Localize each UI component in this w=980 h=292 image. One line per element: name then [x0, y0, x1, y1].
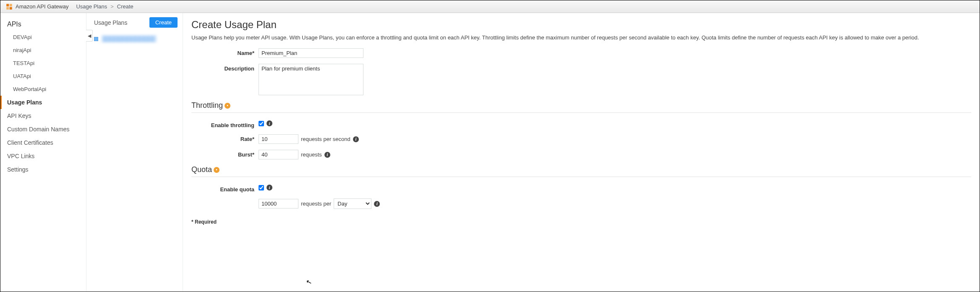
burst-label: Burst*: [191, 150, 259, 158]
quota-heading: Quota •: [191, 165, 971, 177]
top-breadcrumb-bar: Amazon API Gateway Usage Plans > Create: [0, 0, 980, 13]
description-label: Description: [191, 64, 259, 72]
breadcrumb-create: Create: [117, 3, 133, 10]
sidebar-api-item[interactable]: UATApi: [0, 70, 86, 83]
svg-rect-3: [10, 7, 12, 9]
usage-plans-column: ◀ Usage Plans Create ▒▒▒▒▒▒▒▒▒▒▒▒: [86, 13, 183, 292]
required-note: * Required: [191, 219, 971, 225]
sidebar-api-item[interactable]: TESTApi: [0, 57, 86, 70]
quota-info-icon[interactable]: •: [214, 167, 220, 173]
sidebar-item-client-certs[interactable]: Client Certificates: [0, 136, 86, 149]
page-title: Create Usage Plan: [191, 19, 971, 31]
collapse-panel-button[interactable]: ◀: [86, 30, 93, 42]
rate-label: Rate*: [191, 134, 259, 142]
sidebar-api-item[interactable]: WebPortalApi: [0, 83, 86, 96]
plan-icon: [94, 37, 98, 41]
aws-logo-icon: [5, 3, 13, 10]
enable-throttling-checkbox[interactable]: [259, 121, 264, 126]
sidebar-item-usage-plans[interactable]: Usage Plans: [0, 96, 86, 109]
quota-per-label: requests per: [301, 201, 331, 207]
breadcrumb-separator: >: [110, 3, 114, 10]
create-button[interactable]: Create: [149, 17, 178, 28]
rate-unit: requests per second: [301, 136, 350, 142]
sidebar-item-api-keys[interactable]: API Keys: [0, 109, 86, 123]
throttling-info-icon[interactable]: •: [225, 103, 230, 109]
sidebar-item-settings[interactable]: Settings: [0, 163, 86, 176]
midcol-title: Usage Plans: [94, 19, 127, 26]
sidebar-api-item[interactable]: nirajApi: [0, 44, 86, 57]
enable-quota-checkbox[interactable]: [259, 185, 264, 190]
enable-quota-label: Enable quota: [191, 185, 259, 193]
name-label: Name*: [191, 48, 259, 56]
service-name[interactable]: Amazon API Gateway: [16, 3, 68, 10]
plan-name-redacted: ▒▒▒▒▒▒▒▒▒▒▒▒: [102, 35, 157, 42]
info-icon[interactable]: i: [324, 152, 330, 158]
quota-period-select[interactable]: Day: [334, 198, 371, 209]
name-input[interactable]: [259, 48, 363, 58]
enable-throttling-label: Enable throttling: [191, 120, 259, 128]
info-icon[interactable]: i: [267, 120, 272, 126]
nav-list: Usage Plans API Keys Custom Domain Names…: [0, 96, 86, 176]
svg-rect-2: [6, 7, 9, 9]
rate-input[interactable]: [259, 134, 298, 144]
breadcrumb-usage-plans[interactable]: Usage Plans: [76, 3, 107, 10]
svg-rect-0: [6, 4, 9, 6]
burst-input[interactable]: [259, 150, 298, 159]
sidebar-item-vpc-links[interactable]: VPC Links: [0, 149, 86, 163]
info-icon[interactable]: i: [374, 201, 380, 207]
description-textarea[interactable]: Plan for premium clients: [259, 64, 363, 95]
existing-plan-item[interactable]: ▒▒▒▒▒▒▒▒▒▒▒▒: [91, 34, 178, 44]
api-list: DEVApi nirajApi TESTApi UATApi WebPortal…: [0, 31, 86, 96]
svg-rect-1: [10, 4, 12, 6]
sidebar-heading-apis[interactable]: APIs: [0, 16, 86, 31]
throttling-heading: Throttling •: [191, 101, 971, 113]
info-icon[interactable]: i: [353, 136, 359, 142]
sidebar-item-custom-domains[interactable]: Custom Domain Names: [0, 123, 86, 136]
quota-count-input[interactable]: [259, 199, 298, 209]
left-sidebar: APIs DEVApi nirajApi TESTApi UATApi WebP…: [0, 13, 86, 292]
main-content: Create Usage Plan Usage Plans help you m…: [183, 13, 980, 292]
sidebar-api-item[interactable]: DEVApi: [0, 31, 86, 44]
page-description: Usage Plans help you meter API usage. Wi…: [191, 34, 971, 42]
info-icon[interactable]: i: [267, 185, 272, 190]
burst-unit: requests: [301, 151, 322, 158]
